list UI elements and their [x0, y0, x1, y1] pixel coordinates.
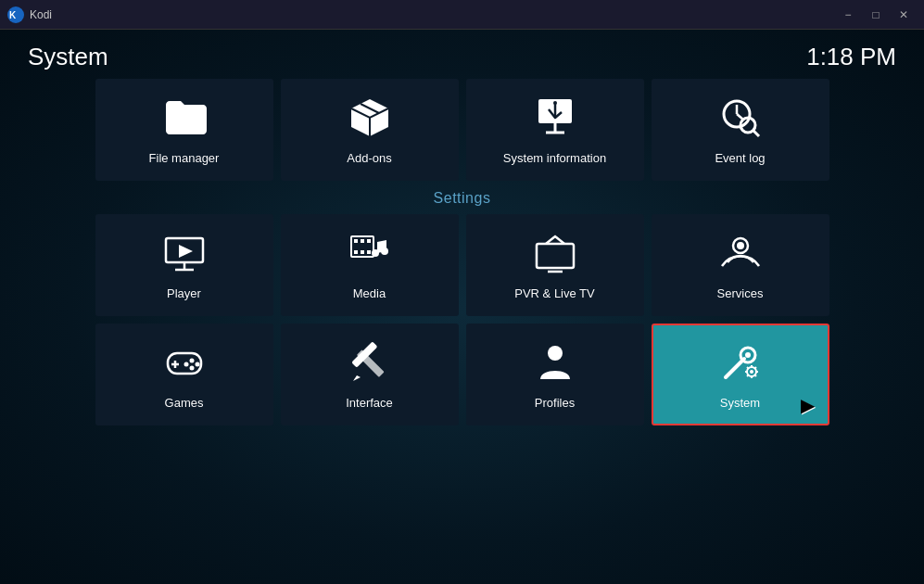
tile-services[interactable]: Services: [652, 214, 829, 316]
page-title: System: [28, 43, 108, 71]
minimize-button[interactable]: −: [835, 6, 861, 24]
system-information-label: System information: [503, 151, 606, 165]
tile-event-log[interactable]: Event log: [652, 79, 829, 181]
svg-line-14: [753, 131, 759, 136]
games-label: Games: [165, 396, 204, 410]
tile-profiles[interactable]: Profiles: [466, 324, 644, 425]
tile-system[interactable]: System ▶: [652, 324, 829, 425]
gamepad-icon: [162, 340, 207, 388]
media-icon: [348, 231, 392, 279]
svg-point-42: [548, 346, 563, 361]
top-row-container: File manager Add-ons: [0, 79, 924, 181]
svg-rect-23: [354, 250, 358, 254]
title-bar-left: K Kodi: [7, 6, 52, 23]
tile-file-manager[interactable]: File manager: [95, 79, 273, 181]
settings-section-label: Settings: [0, 190, 924, 207]
svg-marker-40: [353, 375, 361, 381]
svg-rect-25: [367, 250, 371, 254]
svg-marker-18: [179, 245, 193, 258]
titlebar-controls: − □ ✕: [835, 6, 917, 24]
settings-grid: Player: [0, 214, 924, 425]
svg-point-38: [184, 362, 188, 366]
svg-point-27: [381, 248, 388, 255]
add-ons-label: Add-ons: [347, 151, 391, 165]
tile-interface[interactable]: Interface: [281, 324, 459, 425]
svg-rect-28: [537, 244, 574, 268]
settings-row-1: Player: [28, 214, 896, 316]
tile-system-information[interactable]: System information: [466, 79, 644, 181]
cursor: ▶: [801, 394, 815, 416]
svg-point-45: [745, 352, 751, 358]
kodi-logo-icon: K: [7, 6, 24, 23]
gear-icon: [718, 340, 763, 388]
svg-point-31: [737, 242, 744, 249]
file-manager-label: File manager: [149, 151, 220, 165]
svg-point-36: [195, 362, 199, 366]
services-label: Services: [717, 286, 764, 300]
person-icon: [533, 340, 577, 388]
svg-point-35: [189, 358, 194, 362]
titlebar-app-name: Kodi: [30, 8, 52, 21]
svg-rect-20: [354, 239, 358, 243]
profiles-label: Profiles: [535, 396, 575, 410]
maximize-button[interactable]: □: [863, 6, 889, 24]
tile-player[interactable]: Player: [95, 214, 273, 316]
clock-search-icon: [718, 95, 763, 144]
top-row: File manager Add-ons: [28, 79, 896, 181]
svg-rect-24: [361, 250, 364, 254]
tile-add-ons[interactable]: Add-ons: [281, 79, 459, 181]
tile-pvr-live-tv[interactable]: PVR & Live TV: [466, 214, 644, 316]
svg-text:K: K: [9, 10, 17, 20]
title-bar: K Kodi − □ ✕: [0, 0, 924, 30]
media-label: Media: [353, 286, 386, 300]
folder-icon: [162, 95, 207, 144]
svg-point-47: [750, 370, 753, 374]
tv-icon: [533, 231, 577, 279]
player-label: Player: [167, 286, 201, 300]
svg-point-26: [372, 249, 379, 257]
svg-point-37: [189, 365, 194, 370]
monitor-play-icon: [162, 231, 207, 279]
podcast-icon: [718, 231, 763, 279]
settings-row-2: Games Interface: [28, 324, 896, 425]
svg-point-9: [553, 101, 557, 105]
tile-games[interactable]: Games: [95, 324, 273, 425]
interface-label: Interface: [346, 396, 393, 410]
tile-media[interactable]: Media: [281, 214, 459, 316]
box-icon: [348, 95, 392, 144]
system-label: System: [720, 396, 760, 410]
main-content: System 1:18 PM File manager: [0, 30, 924, 584]
svg-line-43: [726, 359, 744, 377]
svg-rect-22: [367, 239, 371, 243]
tools-icon: [348, 340, 392, 388]
event-log-label: Event log: [715, 151, 765, 165]
presentation-icon: [533, 95, 577, 144]
close-button[interactable]: ✕: [891, 6, 917, 24]
svg-rect-21: [361, 239, 364, 243]
pvr-live-tv-label: PVR & Live TV: [514, 286, 594, 300]
page-header: System 1:18 PM: [0, 30, 924, 79]
clock-display: 1:18 PM: [806, 43, 896, 71]
